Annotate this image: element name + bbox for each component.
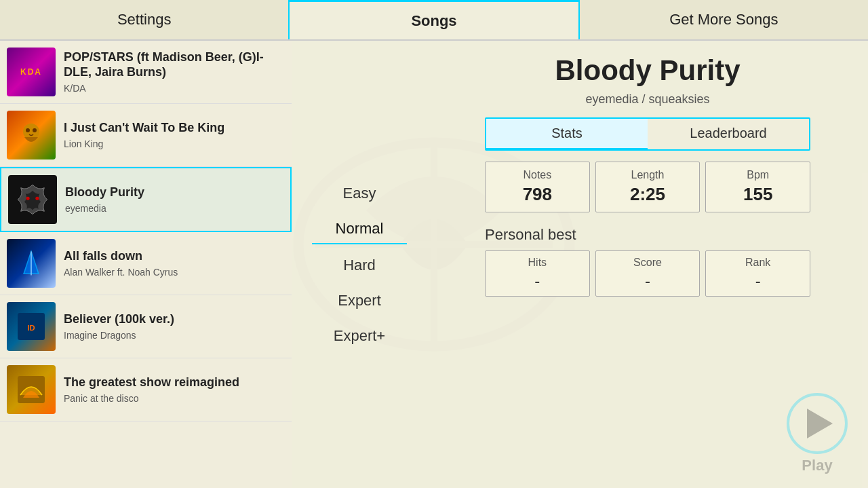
bpm-stat: Bpm 155 <box>705 162 810 212</box>
settings-tab-label: Settings <box>117 11 172 29</box>
leaderboard-tab[interactable]: Leaderboard <box>648 119 809 149</box>
song-thumb-bloody <box>8 175 57 224</box>
difficulty-expert[interactable]: Expert <box>312 286 407 315</box>
notes-stat: Notes 798 <box>485 162 590 212</box>
pb-score-value: - <box>601 271 694 290</box>
stats-grid: Notes 798 Length 2:25 Bpm 155 <box>485 162 810 212</box>
song-thumb-kda: KDA <box>7 48 56 96</box>
pb-rank: Rank - <box>705 250 810 297</box>
difficulty-expert-plus[interactable]: Expert+ <box>312 322 407 350</box>
svg-point-7 <box>35 197 39 200</box>
song-title-lion: I Just Can't Wait To Be King <box>64 121 285 136</box>
song-item-bloody[interactable]: Bloody Purity eyemedia <box>0 167 292 232</box>
settings-tab[interactable]: Settings <box>0 0 288 39</box>
length-stat: Length 2:25 <box>595 162 701 212</box>
stats-tab[interactable]: Stats <box>486 119 648 149</box>
get-more-tab[interactable]: Get More Songs <box>580 0 868 39</box>
song-item-believer[interactable]: ID Believer (100k ver.) Imagine Dragons <box>0 295 292 358</box>
detail-author: eyemedia / squeaksies <box>585 92 709 107</box>
songs-tab-label: Songs <box>411 12 456 30</box>
svg-text:ID: ID <box>27 324 35 332</box>
bpm-value: 155 <box>711 184 804 205</box>
song-item-lion[interactable]: I Just Can't Wait To Be King Lion King <box>0 104 292 167</box>
pb-rank-label: Rank <box>711 257 804 269</box>
difficulty-panel: Easy Normal Hard Expert Expert+ <box>292 41 427 488</box>
song-list: KDA POP/STARS (ft Madison Beer, (G)I-DLE… <box>0 41 292 488</box>
song-info-lion: I Just Can't Wait To Be King Lion King <box>64 121 285 149</box>
song-info-kda: POP/STARS (ft Madison Beer, (G)I-DLE, Ja… <box>64 50 285 93</box>
pb-rank-value: - <box>711 271 804 290</box>
personal-best-grid: Hits - Score - Rank - <box>485 250 810 297</box>
song-info-greatest: The greatest show reimagined Panic at th… <box>64 375 285 404</box>
difficulty-easy[interactable]: Easy <box>312 179 407 208</box>
detail-title: Bloody Purity <box>555 54 740 87</box>
song-item-greatest[interactable]: The greatest show reimagined Panic at th… <box>0 358 292 421</box>
song-artist-greatest: Panic at the disco <box>64 393 285 404</box>
song-artist-believer: Imagine Dragons <box>64 330 285 341</box>
song-item-kda[interactable]: KDA POP/STARS (ft Madison Beer, (G)I-DLE… <box>0 41 292 104</box>
difficulty-hard[interactable]: Hard <box>312 251 407 280</box>
pb-hits-label: Hits <box>491 257 584 269</box>
notes-value: 798 <box>491 184 584 205</box>
length-label: Length <box>601 169 694 181</box>
top-navigation: Settings Songs Get More Songs <box>0 0 868 41</box>
song-info-allfalls: All falls down Alan Walker ft. Noah Cyru… <box>64 249 285 278</box>
song-thumb-believer: ID <box>7 302 56 351</box>
pb-score-label: Score <box>601 257 694 269</box>
song-thumb-lion <box>7 111 56 159</box>
song-thumb-greatest <box>7 365 56 414</box>
main-content: KDA POP/STARS (ft Madison Beer, (G)I-DLE… <box>0 41 868 488</box>
song-info-bloody: Bloody Purity eyemedia <box>65 185 283 214</box>
notes-label: Notes <box>491 169 584 181</box>
song-item-allfalls[interactable]: All falls down Alan Walker ft. Noah Cyru… <box>0 232 292 295</box>
pb-hits: Hits - <box>485 250 590 297</box>
detail-tabs: Stats Leaderboard <box>485 117 810 151</box>
song-info-believer: Believer (100k ver.) Imagine Dragons <box>64 312 285 341</box>
bpm-label: Bpm <box>711 169 804 181</box>
song-title-allfalls: All falls down <box>64 249 285 264</box>
song-title-bloody: Bloody Purity <box>65 185 283 200</box>
song-thumb-allfalls <box>7 239 56 288</box>
song-title-greatest: The greatest show reimagined <box>64 375 285 390</box>
personal-best-label: Personal best <box>485 226 810 244</box>
svg-point-4 <box>26 128 30 132</box>
svg-point-5 <box>33 128 37 132</box>
length-value: 2:25 <box>601 184 694 205</box>
pb-hits-value: - <box>491 271 584 290</box>
song-artist-bloody: eyemedia <box>65 203 283 214</box>
song-artist-allfalls: Alan Walker ft. Noah Cyrus <box>64 267 285 278</box>
song-artist-lion: Lion King <box>64 138 285 149</box>
songs-tab[interactable]: Songs <box>288 0 579 39</box>
detail-panel: Bloody Purity eyemedia / squeaksies Stat… <box>427 41 868 488</box>
song-title-kda: POP/STARS (ft Madison Beer, (G)I-DLE, Ja… <box>64 50 285 79</box>
difficulty-normal[interactable]: Normal <box>312 214 407 244</box>
song-artist-kda: K/DA <box>64 83 285 94</box>
svg-point-6 <box>26 197 29 200</box>
pb-score: Score - <box>595 250 701 297</box>
song-title-believer: Believer (100k ver.) <box>64 312 285 327</box>
get-more-tab-label: Get More Songs <box>669 11 778 29</box>
